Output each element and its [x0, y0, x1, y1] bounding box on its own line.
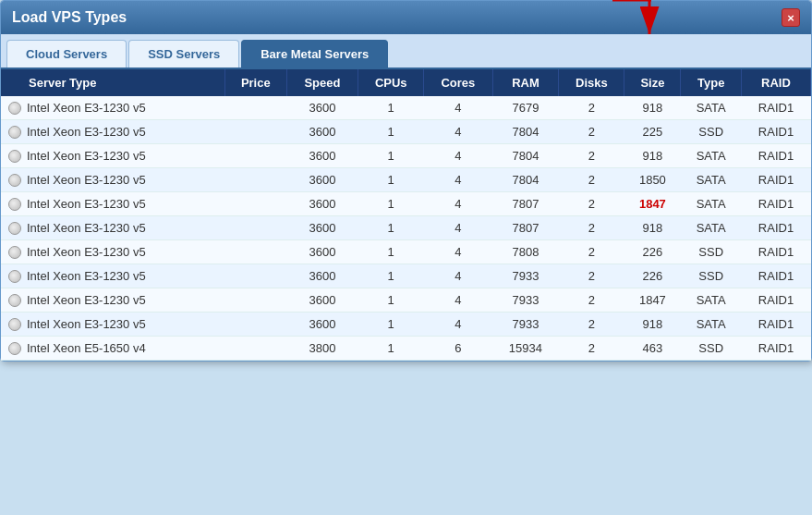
cell-cpus: 1	[358, 337, 424, 361]
cell-speed: 3600	[286, 216, 358, 240]
cell-cpus: 1	[358, 313, 424, 337]
cell-speed: 3600	[286, 192, 358, 216]
cell-speed: 3600	[286, 120, 358, 144]
row-radio[interactable]	[8, 198, 21, 211]
table-row[interactable]: Intel Xeon E3-1230 v536001478042918SATAR…	[1, 144, 811, 168]
cell-disks: 2	[559, 313, 624, 337]
cell-price	[224, 192, 286, 216]
tab-bare-metal-servers[interactable]: Bare Metal Servers	[241, 40, 388, 67]
cell-speed: 3600	[286, 168, 358, 192]
cell-cores: 4	[424, 216, 492, 240]
tab-cloud-servers[interactable]: Cloud Servers	[6, 40, 127, 67]
cell-cpus: 1	[358, 120, 424, 144]
load-vps-dialog: Load VPS Types × Cloud Servers SSD Serve…	[0, 0, 812, 362]
cell-speed: 3600	[286, 144, 358, 168]
cell-disks: 2	[559, 216, 624, 240]
cell-server-type: Intel Xeon E5-1650 v4	[1, 337, 224, 360]
cell-cores: 4	[424, 240, 492, 264]
col-raid: RAID	[741, 69, 810, 96]
cell-disk-type: SATA	[681, 96, 742, 120]
cell-raid: RAID1	[741, 337, 810, 361]
cell-price	[224, 216, 286, 240]
cell-server-type: Intel Xeon E3-1230 v5	[1, 192, 224, 215]
row-radio[interactable]	[8, 126, 21, 139]
cell-server-type: Intel Xeon E3-1230 v5	[1, 313, 224, 336]
cell-size: 918	[624, 216, 681, 240]
cell-price	[224, 240, 286, 264]
cell-speed: 3600	[286, 264, 358, 288]
cell-cores: 4	[424, 264, 492, 288]
server-type-label: Intel Xeon E5-1650 v4	[27, 341, 146, 355]
cell-raid: RAID1	[741, 288, 810, 313]
table-row[interactable]: Intel Xeon E3-1230 v5360014793321847SATA…	[1, 288, 811, 313]
cell-disk-type: SSD	[681, 337, 742, 361]
table-row[interactable]: Intel Xeon E3-1230 v5360014780421850SATA…	[1, 168, 811, 192]
cell-ram: 7804	[492, 120, 559, 144]
cell-disk-type: SSD	[681, 240, 742, 264]
row-radio[interactable]	[8, 318, 21, 331]
table-row[interactable]: Intel Xeon E3-1230 v536001478072918SATAR…	[1, 216, 811, 240]
table-row[interactable]: Intel Xeon E3-1230 v536001478082226SSDRA…	[1, 240, 811, 264]
cell-cpus: 1	[358, 240, 424, 264]
row-radio[interactable]	[8, 270, 21, 283]
col-server-type: Server Type	[1, 69, 224, 96]
cell-server-type: Intel Xeon E3-1230 v5	[1, 216, 224, 239]
server-type-label: Intel Xeon E3-1230 v5	[27, 317, 146, 331]
cell-disks: 2	[559, 337, 624, 361]
row-radio[interactable]	[8, 294, 21, 307]
cell-price	[224, 337, 286, 361]
cell-ram: 7933	[492, 264, 559, 288]
tabs-wrapper: Cloud Servers SSD Servers Bare Metal Ser…	[1, 34, 811, 69]
cell-speed: 3600	[286, 288, 358, 313]
cell-disks: 2	[559, 144, 624, 168]
row-radio[interactable]	[8, 174, 21, 187]
table-row[interactable]: Intel Xeon E3-1230 v536001479332918SATAR…	[1, 313, 811, 337]
cell-server-type: Intel Xeon E3-1230 v5	[1, 144, 224, 167]
cell-cores: 4	[424, 96, 492, 120]
table-row[interactable]: Intel Xeon E3-1230 v536001479332226SSDRA…	[1, 264, 811, 288]
dialog-title: Load VPS Types	[12, 9, 127, 26]
row-radio[interactable]	[8, 342, 21, 355]
cell-price	[224, 168, 286, 192]
table-row[interactable]: Intel Xeon E5-1650 v4380016159342463SSDR…	[1, 337, 811, 361]
cell-server-type: Intel Xeon E3-1230 v5	[1, 96, 224, 119]
col-type: Type	[681, 69, 742, 96]
cell-cores: 4	[424, 313, 492, 337]
row-radio[interactable]	[8, 102, 21, 115]
cell-server-type: Intel Xeon E3-1230 v5	[1, 168, 224, 191]
cell-raid: RAID1	[741, 144, 810, 168]
row-radio[interactable]	[8, 150, 21, 163]
table-row[interactable]: Intel Xeon E3-1230 v5360014780721847SATA…	[1, 192, 811, 216]
col-speed: Speed	[286, 69, 358, 96]
cell-raid: RAID1	[741, 192, 810, 216]
cell-disks: 2	[559, 120, 624, 144]
cell-disk-type: SSD	[681, 120, 742, 144]
cell-raid: RAID1	[741, 168, 810, 192]
server-type-label: Intel Xeon E3-1230 v5	[27, 149, 146, 163]
cell-disk-type: SATA	[681, 144, 742, 168]
table-row[interactable]: Intel Xeon E3-1230 v536001478042225SSDRA…	[1, 120, 811, 144]
row-radio[interactable]	[8, 246, 21, 259]
close-button[interactable]: ×	[782, 8, 800, 27]
cell-size: 918	[624, 96, 681, 120]
table-header-row: Server Type Price Speed CPUs Cores RAM D…	[1, 69, 811, 96]
cell-size: 1850	[624, 168, 681, 192]
table-row[interactable]: Intel Xeon E3-1230 v536001476792918SATAR…	[1, 96, 811, 120]
cell-server-type: Intel Xeon E3-1230 v5	[1, 120, 224, 143]
cell-price	[224, 96, 286, 120]
cell-cpus: 1	[358, 288, 424, 313]
server-type-label: Intel Xeon E3-1230 v5	[27, 269, 146, 283]
cell-price	[224, 313, 286, 337]
row-radio[interactable]	[8, 222, 21, 235]
cell-speed: 3800	[286, 337, 358, 361]
cell-disk-type: SATA	[681, 313, 742, 337]
col-ram: RAM	[492, 69, 559, 96]
col-disks: Disks	[559, 69, 624, 96]
cell-cpus: 1	[358, 168, 424, 192]
tab-ssd-servers[interactable]: SSD Servers	[128, 40, 239, 67]
cell-cores: 4	[424, 120, 492, 144]
cell-ram: 7933	[492, 288, 559, 313]
server-type-label: Intel Xeon E3-1230 v5	[27, 245, 146, 259]
cell-speed: 3600	[286, 96, 358, 120]
cell-cores: 4	[424, 168, 492, 192]
